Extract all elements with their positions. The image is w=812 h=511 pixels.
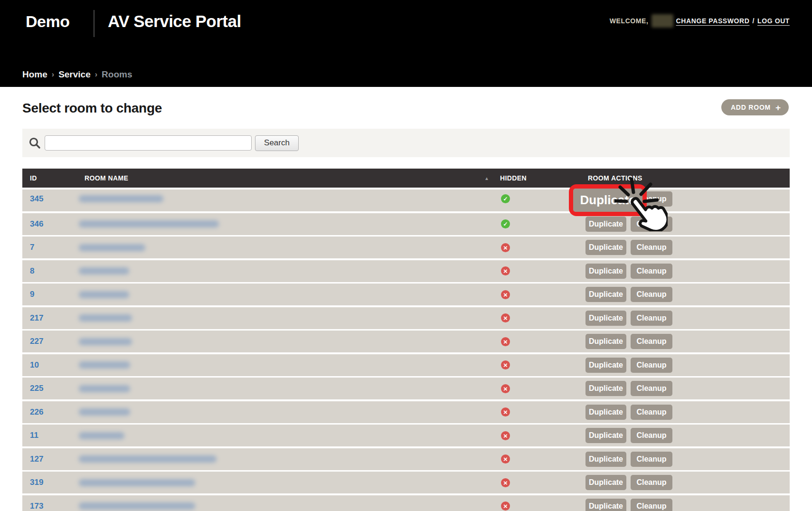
duplicate-button[interactable]: Duplicate	[585, 499, 626, 511]
duplicate-button[interactable]: Duplicate	[585, 452, 626, 467]
room-actions-cell: Duplicate Cleanup	[544, 381, 790, 396]
room-actions-cell: Duplicate Cleanup	[544, 264, 790, 279]
account-link-separator: /	[753, 17, 755, 25]
room-name-redacted	[79, 244, 145, 251]
room-id-link[interactable]: 346	[22, 219, 43, 228]
check-icon: ✓	[501, 194, 510, 203]
room-name-redacted	[79, 267, 129, 274]
room-name-redacted	[79, 455, 217, 463]
breadcrumb-separator: ›	[95, 70, 97, 79]
table-row: 345 ✓ Duplicate Cleanup Duplicate	[22, 189, 790, 211]
duplicate-button[interactable]: Duplicate	[585, 217, 626, 232]
cross-icon: ×	[501, 313, 510, 322]
cleanup-button[interactable]: Cleanup	[631, 358, 672, 373]
cleanup-button[interactable]: Cleanup	[631, 452, 672, 467]
room-id-link[interactable]: 11	[22, 431, 38, 440]
room-id-link[interactable]: 8	[22, 266, 34, 275]
breadcrumb-service[interactable]: Service	[58, 69, 91, 80]
duplicate-button[interactable]: Duplicate	[585, 264, 626, 279]
change-password-link[interactable]: CHANGE PASSWORD	[676, 17, 750, 25]
duplicate-button[interactable]: Duplicate	[585, 240, 626, 255]
add-room-button[interactable]: ADD ROOM +	[721, 99, 789, 115]
cleanup-button[interactable]: Cleanup	[631, 240, 672, 255]
duplicate-button[interactable]: Duplicate	[585, 311, 626, 326]
redacted-username	[651, 14, 673, 28]
id-cell: 9	[22, 290, 77, 299]
table-row: 8 × Duplicate Cleanup	[22, 260, 790, 282]
cleanup-button[interactable]: Cleanup	[631, 264, 672, 279]
room-id-link[interactable]: 225	[22, 384, 43, 393]
duplicate-button[interactable]: Duplicate	[585, 428, 626, 443]
room-name-cell	[77, 455, 481, 463]
rooms-table: ID ROOM NAME ▲ HIDDEN ROOM ACTIONS 345 ✓…	[22, 169, 790, 511]
column-header-id[interactable]: ID	[22, 174, 77, 182]
cross-icon: ×	[501, 360, 510, 369]
table-row: 346 ✓ Duplicate Cleanup	[22, 213, 790, 235]
logo[interactable]: Demo	[26, 12, 69, 31]
page: Demo AV Service Portal WELCOME, CHANGE P…	[0, 0, 812, 511]
duplicate-button[interactable]: Duplicate	[585, 405, 626, 420]
log-out-link[interactable]: LOG OUT	[757, 17, 790, 25]
room-id-link[interactable]: 127	[22, 454, 43, 464]
column-header-hidden[interactable]: ▲ HIDDEN	[481, 174, 544, 182]
search-button[interactable]: Search	[255, 135, 299, 151]
room-id-link[interactable]: 345	[22, 194, 43, 203]
room-id-link[interactable]: 10	[22, 360, 39, 369]
table-row: 217 × Duplicate Cleanup	[22, 307, 790, 329]
breadcrumb: Home › Service › Rooms	[22, 69, 132, 80]
room-name-redacted	[79, 385, 130, 392]
column-header-room-name[interactable]: ROOM NAME	[77, 174, 481, 182]
room-id-link[interactable]: 319	[22, 478, 43, 487]
room-id-link[interactable]: 226	[22, 407, 43, 416]
cross-icon: ×	[501, 290, 510, 299]
cross-icon: ×	[501, 337, 510, 346]
room-id-link[interactable]: 9	[22, 290, 34, 299]
id-cell: 227	[22, 337, 77, 346]
cleanup-button[interactable]: Cleanup	[631, 334, 672, 349]
room-name-redacted	[79, 220, 219, 227]
room-name-redacted	[79, 408, 130, 416]
search-icon	[28, 137, 41, 149]
cleanup-button[interactable]: Cleanup	[631, 405, 672, 420]
duplicate-button[interactable]: Duplicate	[585, 334, 626, 349]
room-name-cell	[77, 479, 481, 486]
cleanup-button[interactable]: Cleanup	[631, 428, 672, 443]
sort-ascending-icon[interactable]: ▲	[484, 176, 490, 181]
room-name-redacted	[79, 479, 195, 486]
breadcrumb-home[interactable]: Home	[22, 69, 47, 80]
room-id-link[interactable]: 217	[22, 313, 43, 322]
id-cell: 225	[22, 384, 77, 393]
duplicate-button[interactable]: Duplicate	[585, 287, 626, 302]
cleanup-button[interactable]: Cleanup	[631, 311, 672, 326]
cleanup-button[interactable]: Cleanup	[631, 217, 672, 232]
room-name-cell	[77, 338, 481, 345]
duplicate-button-highlighted[interactable]: Duplicate	[573, 189, 642, 212]
hidden-cell: ×	[481, 384, 544, 393]
cross-icon: ×	[501, 478, 510, 487]
search-input[interactable]	[45, 135, 252, 151]
room-id-link[interactable]: 173	[22, 502, 43, 511]
duplicate-button[interactable]: Duplicate	[585, 358, 626, 373]
room-actions-cell: Duplicate Cleanup	[544, 217, 790, 232]
cross-icon: ×	[501, 431, 510, 440]
cleanup-button[interactable]: Cleanup	[631, 499, 672, 511]
duplicate-button[interactable]: Duplicate	[585, 381, 626, 396]
cleanup-button[interactable]: Cleanup	[631, 287, 672, 302]
id-cell: 173	[22, 502, 77, 511]
room-actions-cell: Duplicate Cleanup	[544, 358, 790, 373]
room-id-link[interactable]: 7	[22, 243, 34, 252]
cleanup-button[interactable]: Cleanup	[631, 475, 672, 490]
room-name-cell	[77, 220, 481, 227]
room-id-link[interactable]: 227	[22, 337, 43, 346]
search-bar: Search	[22, 129, 790, 157]
cleanup-button[interactable]: Cleanup	[631, 381, 672, 396]
room-name-cell	[77, 314, 481, 322]
hidden-cell: ×	[481, 313, 544, 322]
id-cell: 11	[22, 431, 77, 440]
table-row: 9 × Duplicate Cleanup	[22, 284, 790, 305]
room-name-cell	[77, 385, 481, 392]
table-row: 7 × Duplicate Cleanup	[22, 237, 790, 258]
room-name-redacted	[79, 338, 132, 345]
hidden-cell: ×	[481, 243, 544, 252]
duplicate-button[interactable]: Duplicate	[585, 475, 626, 490]
